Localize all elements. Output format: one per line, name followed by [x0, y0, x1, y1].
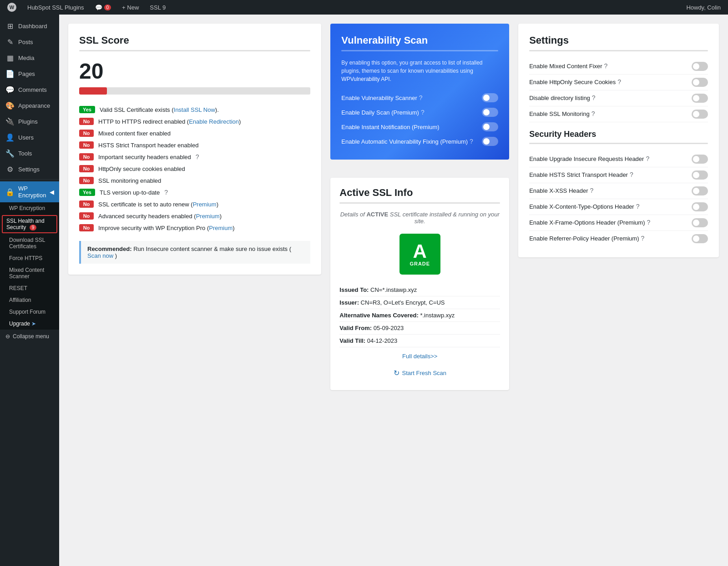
- mixed-content-fixer-toggle[interactable]: [692, 62, 708, 71]
- hsts-header-help-icon[interactable]: ?: [630, 170, 633, 180]
- check-wp-pro: No Improve security with WP Encryption P…: [79, 222, 310, 234]
- scan-now-link[interactable]: Scan now: [87, 252, 113, 259]
- ssl-detail-issued-to: Issued To: CN=*.instawp.xyz: [339, 284, 500, 296]
- sidebar-item-comments[interactable]: 💬 Comments: [0, 82, 59, 98]
- sidebar-item-plugins[interactable]: 🔌 Plugins: [0, 114, 59, 130]
- ssl-info-text: Details of ACTIVE SSL certificate instal…: [339, 211, 500, 225]
- sidebar-sub-upgrade[interactable]: Upgrade ➤: [0, 318, 59, 330]
- ssl-monitoring-toggle[interactable]: [692, 110, 708, 119]
- x-frame-help-icon[interactable]: ?: [647, 218, 651, 227]
- sidebar-item-appearance[interactable]: 🎨 Appearance: [0, 98, 59, 114]
- instant-notification-toggle[interactable]: [482, 122, 498, 131]
- install-ssl-link[interactable]: Install SSL Now: [174, 106, 215, 113]
- check-mixed-content: No Mixed content fixer enabled: [79, 127, 310, 139]
- badge-no: No: [79, 118, 94, 125]
- check-http-redirect: No HTTP to HTTPS redirect enabled (Enabl…: [79, 115, 310, 127]
- vulnerability-scan-card: Vulnerability Scan By enabling this opti…: [330, 24, 509, 160]
- content-type-toggle[interactable]: [692, 202, 708, 211]
- sidebar-item-wp-encryption[interactable]: 🔒 WP Encryption ◀: [0, 181, 59, 202]
- vuln-row-instant-notification: Enable Instant Notification (Premium): [341, 120, 498, 134]
- comment-icon: 💬: [95, 4, 102, 11]
- settings-row-upgrade-insecure: Enable Upgrade Insecure Requests Header …: [529, 151, 708, 167]
- sidebar-sub-ssl-health[interactable]: SSL Health and Security 9: [2, 215, 57, 233]
- badge-no-4: No: [79, 153, 94, 160]
- badge-yes-2: Yes: [79, 189, 95, 196]
- ssl-detail-issuer: Issuer: CN=R3, O=Let's Encrypt, C=US: [339, 296, 500, 309]
- user-greeting[interactable]: Howdy, Colin: [683, 0, 723, 15]
- auto-fixing-help-icon[interactable]: ?: [470, 138, 473, 145]
- check-httponly: No HttpOnly secure cookies enabled: [79, 163, 310, 175]
- xss-header-toggle[interactable]: [692, 186, 708, 195]
- badge-yes: Yes: [79, 106, 95, 113]
- settings-card: Settings Enable Mixed Content Fixer ? En…: [518, 24, 719, 257]
- disable-directory-toggle[interactable]: [692, 94, 708, 103]
- sidebar-sub-affiliation[interactable]: Affiliation: [0, 294, 59, 306]
- sidebar-sub-force-https[interactable]: Force HTTPS: [0, 252, 59, 264]
- settings-row-content-type: Enable X-Content-Type-Options Header ?: [529, 199, 708, 215]
- daily-scan-toggle[interactable]: [482, 108, 498, 117]
- vuln-description: By enabling this option, you grant acces…: [341, 59, 498, 83]
- ssl-grade-letter: A: [413, 242, 427, 261]
- sidebar-item-settings[interactable]: ⚙ Settings: [0, 161, 59, 177]
- daily-scan-help-icon[interactable]: ?: [421, 109, 425, 116]
- referrer-policy-toggle[interactable]: [692, 234, 708, 243]
- upgrade-insecure-toggle[interactable]: [692, 155, 708, 164]
- xss-header-help-icon[interactable]: ?: [590, 186, 594, 195]
- hsts-header-toggle[interactable]: [692, 170, 708, 180]
- sidebar-item-media[interactable]: ▦ Media: [0, 50, 59, 66]
- x-frame-toggle[interactable]: [692, 218, 708, 227]
- vuln-row-auto-fixing: Enable Automatic Vulnerability Fixing (P…: [341, 134, 498, 149]
- sidebar: ⊞ Dashboard ✎ Posts ▦ Media 📄 Pages 💬 Co…: [0, 15, 59, 566]
- wp-encryption-submenu: WP Encryption SSL Health and Security 9 …: [0, 202, 59, 330]
- posts-icon: ✎: [5, 38, 15, 46]
- sidebar-sub-reset[interactable]: RESET: [0, 282, 59, 294]
- dashboard-icon: ⊞: [5, 22, 15, 30]
- sidebar-item-posts[interactable]: ✎ Posts: [0, 34, 59, 50]
- full-details-link[interactable]: Full details>>: [339, 353, 500, 360]
- wp-pro-premium-link[interactable]: Premium: [209, 225, 233, 231]
- auto-fixing-toggle[interactable]: [482, 137, 498, 146]
- ssl-score-bar: [79, 87, 107, 95]
- upgrade-insecure-help-icon[interactable]: ?: [646, 155, 649, 164]
- referrer-policy-help-icon[interactable]: ?: [641, 234, 645, 243]
- comments-link[interactable]: 💬 0: [92, 0, 114, 15]
- auto-renew-premium-link[interactable]: Premium: [193, 201, 217, 208]
- fresh-scan-button[interactable]: ↻ Start Fresh Scan: [339, 365, 500, 381]
- vuln-divider: [341, 50, 498, 51]
- sidebar-item-dashboard[interactable]: ⊞ Dashboard: [0, 18, 59, 34]
- cards-row: SSL Score 20 Yes Valid SSL Certificate e…: [68, 24, 719, 390]
- badge-no-3: No: [79, 141, 94, 149]
- vuln-row-daily-scan: Enable Daily Scan (Premium) ?: [341, 105, 498, 120]
- sidebar-item-users[interactable]: 👤 Users: [0, 130, 59, 145]
- httponly-cookies-toggle[interactable]: [692, 78, 708, 87]
- settings-row-x-frame: Enable X-Frame-Options Header (Premium) …: [529, 215, 708, 231]
- settings-icon: ⚙: [5, 165, 15, 174]
- mixed-content-fixer-help-icon[interactable]: ?: [604, 62, 608, 71]
- new-content-link[interactable]: + New: [119, 0, 142, 15]
- sidebar-item-pages[interactable]: 📄 Pages: [0, 66, 59, 82]
- sidebar-sub-mixed-content[interactable]: Mixed Content Scanner: [0, 264, 59, 282]
- tls-help-icon[interactable]: ?: [164, 189, 168, 196]
- ssl-grade-label: GRADE: [410, 261, 430, 266]
- plugin-link[interactable]: SSL 9: [147, 0, 168, 15]
- sidebar-sub-support[interactable]: Support Forum: [0, 306, 59, 318]
- settings-row-disable-directory: Disable directory listing ?: [529, 90, 708, 106]
- httponly-cookies-help-icon[interactable]: ?: [617, 78, 621, 87]
- sidebar-sub-wp-encryption[interactable]: WP Encryption: [0, 202, 59, 214]
- vuln-scanner-toggle[interactable]: [482, 93, 498, 102]
- ssl-monitoring-help-icon[interactable]: ?: [592, 110, 595, 119]
- site-name[interactable]: HubSpot SSL Plugins: [25, 0, 87, 15]
- sidebar-item-tools[interactable]: 🔧 Tools: [0, 145, 59, 161]
- vuln-scanner-help-icon[interactable]: ?: [419, 94, 423, 101]
- active-ssl-divider: [339, 202, 500, 204]
- ssl-score-bar-container: [79, 87, 310, 95]
- collapse-menu-button[interactable]: ⊖ Collapse menu: [0, 330, 59, 343]
- enable-redirection-link[interactable]: Enable Redirection: [189, 118, 239, 125]
- security-headers-help-icon[interactable]: ?: [196, 153, 199, 160]
- disable-directory-help-icon[interactable]: ?: [592, 94, 596, 103]
- content-type-help-icon[interactable]: ?: [636, 202, 640, 211]
- advanced-headers-premium-link[interactable]: Premium: [196, 213, 220, 220]
- sidebar-sub-download-ssl[interactable]: Download SSL Certificates: [0, 234, 59, 252]
- wp-logo-link[interactable]: W: [5, 0, 19, 15]
- wpvulnerability-link[interactable]: WPVulnerability API: [341, 76, 389, 82]
